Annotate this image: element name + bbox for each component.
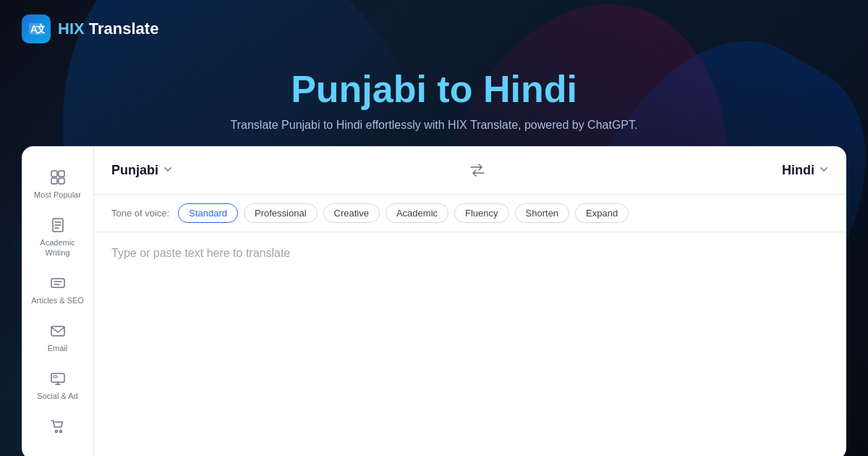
sidebar-item-label: Academic Writing [29, 238, 86, 257]
tone-professional-button[interactable]: Professional [244, 203, 318, 223]
svg-rect-3 [51, 171, 57, 177]
sidebar-item-label: Email [48, 344, 68, 353]
translator-header: Punjabi Hindi [94, 146, 846, 195]
articles-icon [50, 275, 66, 293]
sidebar: Most Popular Academic Writing [22, 146, 94, 456]
sidebar-item-social-ad[interactable]: Social & Ad [22, 362, 93, 410]
tone-fluency-button[interactable]: Fluency [454, 203, 509, 223]
svg-rect-4 [59, 171, 64, 177]
sidebar-item-label: Most Popular [34, 190, 81, 200]
tone-bar: Tone of voice: Standard Professional Cre… [94, 195, 846, 232]
svg-point-19 [55, 431, 57, 433]
header: A 文 HIX Translate [0, 0, 868, 58]
svg-rect-6 [59, 178, 64, 184]
translate-placeholder: Type or paste text here to translate [111, 247, 290, 259]
svg-point-20 [59, 431, 61, 433]
logo-text: HIX Translate [58, 20, 158, 38]
svg-rect-14 [51, 326, 64, 336]
cart-icon [50, 418, 66, 436]
source-language-selector[interactable]: Punjabi [111, 163, 173, 178]
main-area: Most Popular Academic Writing [0, 146, 868, 456]
target-language-selector[interactable]: Hindi [782, 163, 829, 178]
svg-rect-18 [54, 376, 57, 378]
svg-rect-5 [51, 178, 57, 184]
hero-subtitle: Translate Punjabi to Hindi effortlessly … [14, 119, 854, 132]
email-icon [50, 323, 66, 341]
tone-creative-button[interactable]: Creative [323, 203, 380, 223]
tone-standard-button[interactable]: Standard [178, 203, 238, 223]
sidebar-item-email[interactable]: Email [22, 314, 93, 362]
page-title: Punjabi to Hindi [14, 69, 854, 110]
logo-icon: A 文 [22, 14, 51, 43]
tone-shorten-button[interactable]: Shorten [515, 203, 570, 223]
grid-icon [50, 169, 66, 187]
sidebar-item-articles-seo[interactable]: Articles & SEO [22, 266, 93, 314]
translator-card: Punjabi Hindi [94, 146, 846, 456]
source-lang-label: Punjabi [111, 163, 158, 178]
logo[interactable]: A 文 HIX Translate [22, 14, 158, 43]
sidebar-item-label: Articles & SEO [31, 296, 84, 305]
svg-rect-11 [51, 279, 64, 287]
sidebar-item-academic-writing[interactable]: Academic Writing [22, 208, 93, 266]
social-icon [50, 371, 66, 389]
sidebar-item-more[interactable] [22, 410, 93, 445]
hero-section: Punjabi to Hindi Translate Punjabi to Hi… [0, 58, 868, 146]
sidebar-item-label: Social & Ad [37, 392, 77, 401]
academic-icon [50, 217, 66, 235]
target-lang-chevron [819, 164, 829, 177]
tone-expand-button[interactable]: Expand [575, 203, 629, 223]
translate-input-area[interactable]: Type or paste text here to translate [94, 232, 846, 456]
tone-label: Tone of voice: [111, 208, 169, 219]
sidebar-item-most-popular[interactable]: Most Popular [22, 161, 93, 208]
swap-languages-button[interactable] [461, 159, 494, 181]
source-lang-chevron [163, 164, 173, 177]
svg-text:文: 文 [36, 23, 45, 35]
tone-academic-button[interactable]: Academic [386, 203, 448, 223]
target-lang-label: Hindi [782, 163, 814, 178]
